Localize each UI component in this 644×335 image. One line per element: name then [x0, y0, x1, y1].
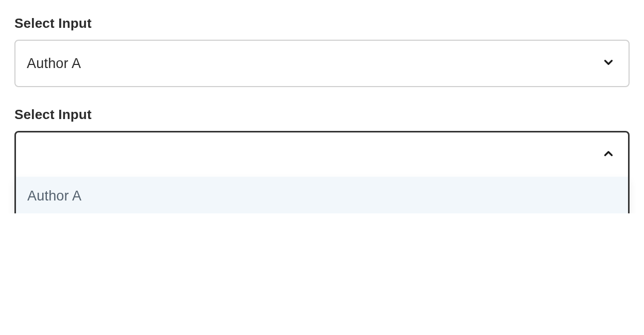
- dropdown-panel: Author A Author B Author C: [14, 177, 630, 213]
- select-label: Select Input: [14, 15, 630, 31]
- select-wrapper-open: Author A Author B Author C: [14, 131, 630, 178]
- select-label: Select Input: [14, 107, 630, 123]
- select-input-open[interactable]: [14, 131, 630, 178]
- select-field-open: Select Input Author A Author B Author C: [14, 107, 630, 178]
- select-value: Author A: [27, 56, 81, 72]
- dropdown-option[interactable]: Author A: [16, 177, 628, 213]
- select-field-closed: Select Input Author A: [14, 15, 630, 87]
- select-input-closed[interactable]: Author A: [14, 40, 630, 87]
- chevron-down-icon: [602, 56, 615, 71]
- chevron-up-icon: [602, 147, 615, 162]
